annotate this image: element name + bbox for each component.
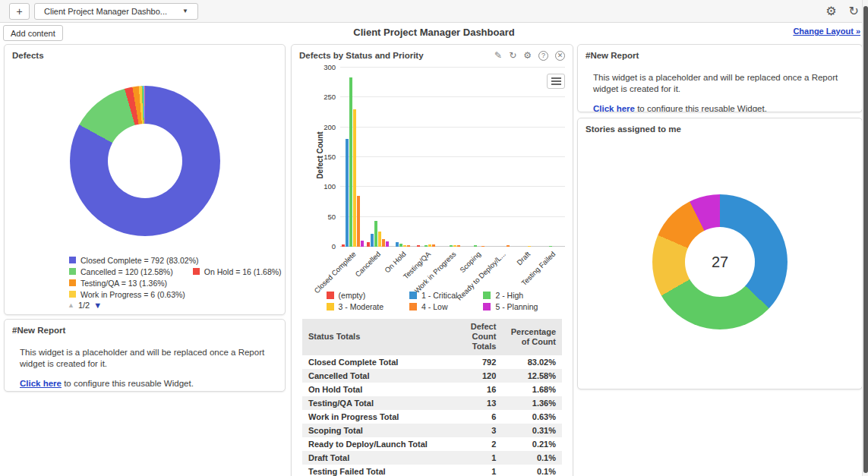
bar-group-1 bbox=[365, 68, 390, 247]
table-cell: Ready to Deploy/Launch Total bbox=[302, 437, 445, 451]
y-axis-tick-label: 100 bbox=[313, 182, 336, 191]
x-axis-label-slot: Ready to Deploy/L... bbox=[490, 247, 515, 286]
table-row[interactable]: Ready to Deploy/Launch Total20.21% bbox=[302, 437, 562, 451]
bar-group-2 bbox=[390, 68, 415, 247]
legend-swatch bbox=[483, 303, 491, 311]
status-totals-table: Status TotalsDefect Count TotalsPercenta… bbox=[302, 319, 562, 476]
configure-line: Click here to configure this reusable Wi… bbox=[593, 104, 854, 112]
legend-label: Closed Complete = 792 (83.02%) bbox=[80, 256, 199, 265]
bar[interactable] bbox=[353, 109, 356, 247]
table-row[interactable]: On Hold Total161.68% bbox=[302, 383, 562, 396]
table-cell: 83.02% bbox=[502, 355, 562, 369]
scrollbar-thumb[interactable] bbox=[863, 6, 868, 473]
legend-item[interactable]: Testing/QA = 13 (1.36%) bbox=[69, 279, 167, 288]
legend-label: 2 - High bbox=[495, 291, 523, 300]
y-axis-tick-label: 150 bbox=[313, 153, 336, 161]
legend-swatch bbox=[69, 268, 76, 275]
table-cell: 3 bbox=[445, 424, 502, 437]
legend-item[interactable]: Cancelled = 120 (12.58%) bbox=[69, 267, 173, 276]
add-content-button[interactable]: Add content bbox=[3, 25, 63, 41]
table-cell: 120 bbox=[445, 369, 502, 383]
table-row[interactable]: Draft Total10.1% bbox=[302, 451, 562, 465]
legend-label: 5 - Planning bbox=[495, 302, 538, 311]
click-here-link[interactable]: Click here bbox=[593, 104, 635, 112]
x-axis-label: Draft bbox=[515, 250, 532, 266]
table-row[interactable]: Testing/QA Total131.36% bbox=[302, 396, 562, 410]
page-down-arrow[interactable]: ▼ bbox=[93, 301, 102, 310]
legend-item[interactable]: Closed Complete = 792 (83.02%) bbox=[69, 256, 199, 265]
legend-swatch bbox=[483, 292, 491, 299]
table-row[interactable]: Closed Complete Total79283.02% bbox=[302, 355, 562, 369]
x-axis-labels: Closed CompleteCancelledOn HoldTesting/Q… bbox=[340, 247, 565, 286]
gear-icon[interactable]: ⚙ bbox=[523, 51, 532, 60]
legend-label: (empty) bbox=[339, 291, 366, 300]
widget-header: Defects by Status and Priority ✎ ↻ ⚙ ? ✕ bbox=[292, 45, 573, 61]
dashboard-tab-selector[interactable]: Client Project Manager Dashbo... ▼ bbox=[34, 3, 198, 20]
table-cell: 12.58% bbox=[502, 369, 562, 383]
edit-icon[interactable]: ✎ bbox=[494, 51, 502, 60]
bar[interactable] bbox=[357, 196, 360, 247]
defects-legend: Closed Complete = 792 (83.02%)Cancelled … bbox=[69, 256, 285, 299]
refresh-icon[interactable]: ↻ bbox=[849, 5, 859, 17]
y-axis-tick-label: 0 bbox=[313, 242, 336, 251]
table-row[interactable]: Testing Failed Total10.1% bbox=[302, 465, 562, 476]
legend-label: Work in Progress = 6 (0.63%) bbox=[80, 290, 185, 299]
table-cell: Testing Failed Total bbox=[302, 465, 445, 476]
donut-center-value: 27 bbox=[685, 227, 755, 297]
table-header-row: Status TotalsDefect Count TotalsPercenta… bbox=[302, 319, 562, 355]
gear-icon[interactable]: ⚙ bbox=[825, 5, 836, 17]
bar-group-6 bbox=[490, 68, 515, 247]
legend-item[interactable]: On Hold = 16 (1.68%) bbox=[193, 267, 282, 276]
bar-group-8 bbox=[540, 68, 565, 247]
legend-item[interactable]: 3 - Moderate bbox=[327, 302, 384, 311]
table-row[interactable]: Cancelled Total12012.58% bbox=[302, 369, 562, 383]
defects-widget-title: Defects bbox=[5, 45, 285, 61]
close-icon[interactable]: ✕ bbox=[555, 51, 565, 61]
defects-by-status-widget: Defects by Status and Priority ✎ ↻ ⚙ ? ✕… bbox=[291, 44, 573, 476]
table-cell: 0.1% bbox=[502, 451, 562, 465]
bar[interactable] bbox=[361, 241, 364, 247]
bar[interactable] bbox=[371, 234, 374, 247]
configure-suffix: to configure this reusable Widget. bbox=[62, 379, 194, 388]
table-cell: 13 bbox=[445, 396, 502, 410]
column-header: Percentage of Count bbox=[502, 319, 562, 355]
bar[interactable] bbox=[346, 139, 349, 247]
change-layout-link[interactable]: Change Layout » bbox=[793, 27, 860, 36]
stories-widget: Stories assigned to me 27 bbox=[577, 118, 863, 389]
legend-item[interactable]: (empty) bbox=[327, 291, 384, 300]
bar-chart-legend: (empty)1 - Critical2 - High3 - Moderate4… bbox=[292, 291, 573, 311]
legend-row: Closed Complete = 792 (83.02%) bbox=[69, 256, 285, 265]
configure-line: Click here to configure this reusable Wi… bbox=[20, 379, 277, 388]
table-row[interactable]: Work in Progress Total60.63% bbox=[302, 410, 562, 424]
click-here-link[interactable]: Click here bbox=[20, 379, 62, 388]
defects-donut-chart[interactable] bbox=[70, 86, 220, 236]
legend-label: Testing/QA = 13 (1.36%) bbox=[80, 279, 167, 288]
column-header: Status Totals bbox=[302, 319, 445, 355]
legend-swatch bbox=[193, 268, 200, 275]
x-axis-label: Closed Complete bbox=[312, 250, 357, 295]
refresh-icon[interactable]: ↻ bbox=[509, 51, 516, 60]
new-tab-button[interactable]: + bbox=[9, 3, 30, 20]
bar[interactable] bbox=[374, 221, 377, 247]
legend-item[interactable]: Work in Progress = 6 (0.63%) bbox=[69, 290, 185, 299]
help-icon[interactable]: ? bbox=[538, 51, 548, 61]
bar-chart-plot-area: Defect Count 050100150200250300 bbox=[340, 68, 565, 247]
legend-item[interactable]: 4 - Low bbox=[409, 302, 457, 311]
page-indicator: 1/2 bbox=[78, 301, 90, 310]
page-up-arrow[interactable]: ▲ bbox=[68, 301, 74, 309]
table-row[interactable]: Scoping Total30.31% bbox=[302, 424, 562, 437]
bar[interactable] bbox=[382, 239, 385, 247]
new-report-title: #New Report bbox=[5, 320, 285, 336]
legend-item[interactable]: 5 - Planning bbox=[483, 302, 538, 311]
stories-donut-chart[interactable]: 27 bbox=[652, 194, 788, 329]
placeholder-text: This widget is a placeholder and will be… bbox=[593, 72, 854, 95]
table-cell: 2 bbox=[445, 437, 502, 451]
legend-row: Testing/QA = 13 (1.36%) bbox=[69, 279, 285, 288]
bar-group-5 bbox=[465, 68, 490, 247]
bar[interactable] bbox=[378, 232, 381, 247]
legend-item[interactable]: 2 - High bbox=[483, 291, 538, 300]
bar-group-0 bbox=[340, 68, 365, 247]
bar[interactable] bbox=[349, 77, 352, 247]
bar[interactable] bbox=[386, 241, 389, 247]
legend-pagination: ▲ 1/2 ▼ bbox=[68, 301, 285, 310]
